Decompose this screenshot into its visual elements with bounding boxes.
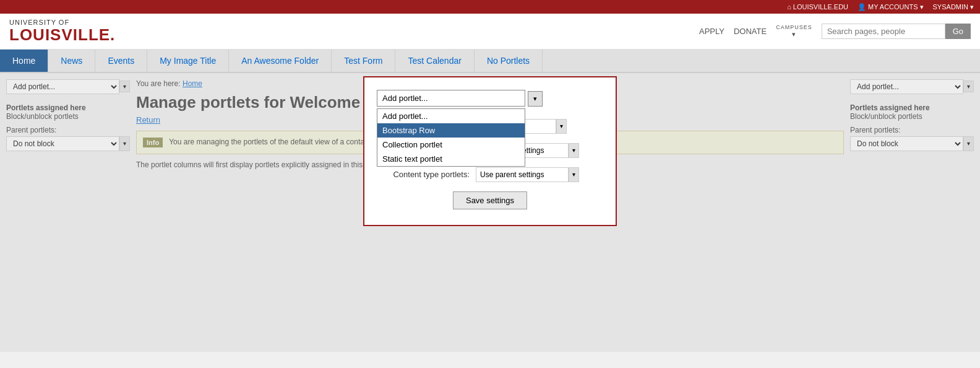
tab-no-portlets[interactable]: No Portlets bbox=[475, 50, 543, 72]
search-box: Go bbox=[822, 24, 971, 39]
modal-dropdown-list: Add portlet... Bootstrap Row Collection … bbox=[377, 108, 525, 167]
modal-box: Add portlet... ▾ Add portlet... Bootstra… bbox=[363, 76, 617, 226]
header-nav: APPLY DONATE CAMPUSES ▾ Go bbox=[699, 24, 971, 39]
dropdown-item-add[interactable]: Add portlet... bbox=[377, 109, 525, 123]
apply-link[interactable]: APPLY bbox=[699, 27, 724, 36]
modal-portlet-select[interactable]: Add portlet... bbox=[377, 90, 525, 107]
tab-test-calendar[interactable]: Test Calendar bbox=[395, 50, 474, 72]
save-settings-button[interactable]: Save settings bbox=[453, 191, 527, 209]
modal-content-type-row: Content type portlets: Use parent settin… bbox=[377, 167, 603, 182]
chevron-down-icon: ▾ bbox=[920, 3, 924, 11]
dropdown-item-static[interactable]: Static text portlet bbox=[377, 152, 525, 166]
top-bar: ⌂ LOUISVILLE.EDU 👤 MY ACCOUNTS ▾ SYSADMI… bbox=[0, 0, 980, 14]
home-icon: ⌂ bbox=[787, 3, 791, 11]
modal-content-select-group: Use parent settings ▾ bbox=[476, 167, 579, 182]
chevron-down-icon-2: ▾ bbox=[970, 3, 974, 11]
dropdown-item-bootstrap[interactable]: Bootstrap Row bbox=[377, 123, 525, 138]
site-header: UNIVERSITY OF LOUISVILLE. APPLY DONATE C… bbox=[0, 14, 980, 50]
modal-parent-portlets-btn[interactable]: ▾ bbox=[556, 119, 567, 134]
chevron-down-icon-campuses: ▾ bbox=[792, 30, 796, 38]
modal-content-portlets-btn[interactable]: ▾ bbox=[569, 167, 579, 182]
tab-my-image-title[interactable]: My Image Title bbox=[147, 50, 229, 72]
campuses-nav[interactable]: CAMPUSES ▾ bbox=[776, 24, 812, 38]
dropdown-item-collection[interactable]: Collection portlet bbox=[377, 138, 525, 152]
sysadmin-link[interactable]: SYSADMIN ▾ bbox=[933, 3, 974, 11]
tab-events[interactable]: Events bbox=[95, 50, 147, 72]
user-icon: 👤 bbox=[858, 3, 866, 11]
modal-add-portlet-row: Add portlet... ▾ Add portlet... Bootstra… bbox=[377, 90, 603, 107]
tab-awesome-folder[interactable]: An Awesome Folder bbox=[229, 50, 332, 72]
modal-portlet-dropdown-btn[interactable]: ▾ bbox=[528, 91, 543, 107]
search-button[interactable]: Go bbox=[945, 24, 971, 39]
my-accounts-link[interactable]: 👤 MY ACCOUNTS ▾ bbox=[858, 3, 923, 11]
logo-name-text: LOUISVILLE. bbox=[9, 26, 115, 44]
modal-content-type-label: Content type portlets: bbox=[377, 170, 476, 179]
search-input[interactable] bbox=[822, 24, 945, 39]
modal-overlay: Add portlet... ▾ Add portlet... Bootstra… bbox=[0, 73, 980, 352]
nav-tabs: Home News Events My Image Title An Aweso… bbox=[0, 50, 980, 73]
site-logo[interactable]: UNIVERSITY OF LOUISVILLE. bbox=[9, 19, 115, 44]
tab-test-form[interactable]: Test Form bbox=[332, 50, 395, 72]
tab-home[interactable]: Home bbox=[0, 50, 48, 72]
modal-group-portlets-btn[interactable]: ▾ bbox=[569, 143, 579, 158]
donate-link[interactable]: DONATE bbox=[734, 27, 767, 36]
tab-news[interactable]: News bbox=[48, 50, 95, 72]
louisville-link[interactable]: ⌂ LOUISVILLE.EDU bbox=[787, 3, 848, 11]
modal-content-portlets-select[interactable]: Use parent settings bbox=[476, 167, 569, 182]
main-area: Add portlet... ▾ Portlets assigned here … bbox=[0, 73, 980, 352]
